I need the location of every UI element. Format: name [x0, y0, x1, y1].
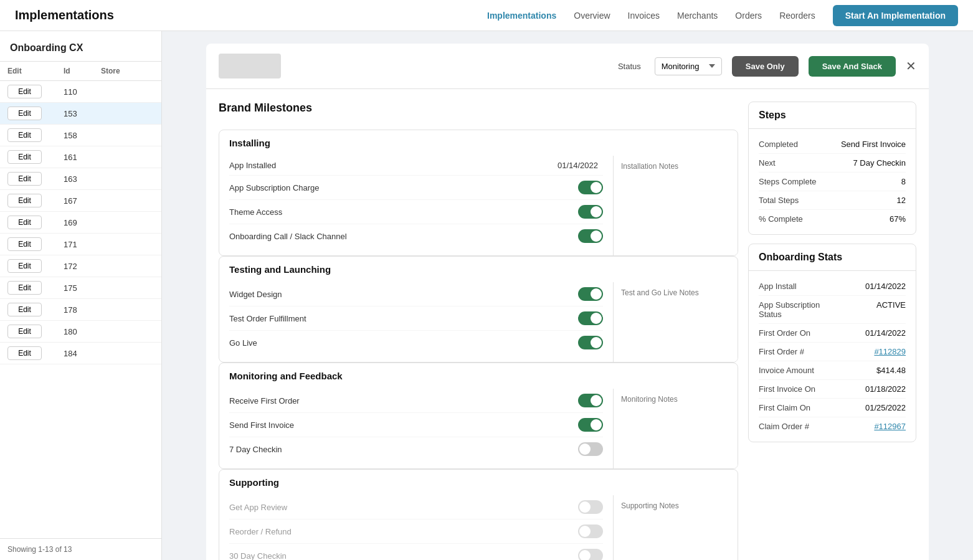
steps-row-label: Steps Complete: [759, 177, 817, 186]
section-title-1: Testing and Launching: [219, 257, 738, 282]
edit-button[interactable]: Edit: [7, 325, 42, 338]
item-label: Theme Access: [229, 207, 571, 217]
nav-links: Implementations Overview Invoices Mercha…: [487, 5, 958, 26]
edit-button[interactable]: Edit: [7, 128, 42, 142]
milestone-item: Get App Review: [229, 495, 603, 520]
stats-row-value: 01/14/2022: [865, 328, 906, 338]
stats-row: First Order # #112829: [759, 343, 906, 361]
col-id: Id: [64, 67, 101, 75]
nav-orders[interactable]: Orders: [735, 11, 762, 21]
steps-row: Next 7 Day Checkin: [759, 154, 906, 173]
steps-row: Completed Send First Invoice: [759, 135, 906, 154]
toggle-switch[interactable]: [578, 287, 603, 301]
nav-implementations[interactable]: Implementations: [487, 11, 556, 21]
edit-cell: Edit: [7, 150, 64, 164]
item-label: Reorder / Refund: [229, 527, 571, 536]
steps-row-value: 67%: [890, 214, 906, 224]
close-button[interactable]: ✕: [906, 60, 916, 72]
edit-cell: Edit: [7, 216, 64, 229]
status-select[interactable]: Monitoring Onboarding Installing Testing…: [655, 57, 722, 75]
nav-overview[interactable]: Overview: [574, 11, 610, 21]
stats-row: Claim Order # #112967: [759, 417, 906, 435]
edit-button[interactable]: Edit: [7, 150, 42, 164]
toggle-switch[interactable]: [578, 336, 603, 349]
toggle-switch[interactable]: [578, 442, 603, 456]
milestone-item: Widget Design: [229, 282, 603, 306]
sidebar-row: Edit 178: [0, 299, 161, 321]
sidebar-row: Edit 171: [0, 234, 161, 255]
stats-row-value: 01/14/2022: [865, 282, 906, 291]
edit-button[interactable]: Edit: [7, 107, 42, 120]
milestone-section-1: Testing and LaunchingWidget DesignTest O…: [219, 256, 738, 363]
stats-row-label: First Invoice On: [759, 384, 815, 394]
steps-row-value: Send First Invoice: [841, 140, 906, 149]
item-label: Test Order Fulfillment: [229, 314, 571, 323]
toggle-switch[interactable]: [578, 229, 603, 243]
edit-button[interactable]: Edit: [7, 194, 42, 207]
stats-row-value[interactable]: #112967: [874, 422, 906, 431]
start-implementation-button[interactable]: Start An Implementation: [833, 5, 958, 26]
steps-title: Steps: [749, 102, 916, 129]
edit-button[interactable]: Edit: [7, 85, 42, 98]
steps-row-value: 8: [901, 177, 906, 186]
stats-row-value[interactable]: #112829: [874, 347, 906, 356]
notes-textarea-0[interactable]: [614, 156, 738, 255]
panel-header: Status Monitoring Onboarding Installing …: [206, 44, 929, 89]
edit-cell: Edit: [7, 303, 64, 316]
stats-row: App Subscription Status ACTIVE: [759, 296, 906, 324]
toggle-switch[interactable]: [578, 311, 603, 325]
notes-textarea-1[interactable]: [614, 282, 738, 362]
sidebar-row: Edit 167: [0, 190, 161, 212]
nav-invoices[interactable]: Invoices: [628, 11, 660, 21]
stats-row-label: First Order On: [759, 328, 810, 338]
edit-button[interactable]: Edit: [7, 303, 42, 316]
main-layout: Onboarding CX Edit Id Store Edit 110 Edi…: [0, 31, 973, 560]
brand-logo: [219, 54, 281, 78]
milestone-item: App Installed01/14/2022: [229, 156, 603, 176]
stats-row-value: 01/25/2022: [865, 403, 906, 412]
sidebar-row: Edit 153: [0, 103, 161, 125]
notes-textarea-3[interactable]: [614, 495, 738, 560]
id-cell: 169: [64, 218, 101, 227]
toggle-switch[interactable]: [578, 205, 603, 219]
top-nav: Implementations Implementations Overview…: [0, 0, 973, 31]
item-label: Go Live: [229, 338, 571, 348]
toggle-switch: [578, 549, 603, 560]
stats-row-label: First Claim On: [759, 403, 810, 412]
sidebar-row: Edit 169: [0, 212, 161, 234]
toggle-switch[interactable]: [578, 418, 603, 432]
id-cell: 171: [64, 240, 101, 249]
main-panel: Status Monitoring Onboarding Installing …: [206, 44, 929, 560]
sidebar-row: Edit 172: [0, 255, 161, 277]
onboarding-stats-title: Onboarding Stats: [749, 244, 916, 271]
nav-reorders[interactable]: Reorders: [779, 11, 815, 21]
edit-button[interactable]: Edit: [7, 281, 42, 295]
id-cell: 175: [64, 283, 101, 293]
edit-button[interactable]: Edit: [7, 237, 42, 251]
sidebar-row: Edit 184: [0, 343, 161, 364]
panel-body: Brand Milestones InstallingApp Installed…: [206, 89, 929, 560]
nav-merchants[interactable]: Merchants: [677, 11, 718, 21]
steps-row-value: 7 Day Checkin: [853, 158, 906, 168]
save-only-button[interactable]: Save Only: [732, 56, 799, 77]
item-label: Receive First Order: [229, 396, 571, 406]
edit-button[interactable]: Edit: [7, 346, 42, 360]
stats-row: App Install 01/14/2022: [759, 277, 906, 296]
milestone-item: Theme Access: [229, 200, 603, 224]
status-label: Status: [618, 62, 641, 71]
edit-button[interactable]: Edit: [7, 216, 42, 229]
edit-button[interactable]: Edit: [7, 259, 42, 273]
item-label: Widget Design: [229, 290, 571, 299]
notes-textarea-2[interactable]: [614, 389, 738, 468]
item-label: 30 Day Checkin: [229, 551, 571, 561]
edit-button[interactable]: Edit: [7, 172, 42, 186]
app-title: Implementations: [15, 8, 114, 22]
steps-row: % Complete 67%: [759, 210, 906, 228]
save-and-slack-button[interactable]: Save And Slack: [809, 56, 896, 77]
toggle-switch[interactable]: [578, 181, 603, 194]
toggle-switch[interactable]: [578, 394, 603, 407]
milestone-sections: InstallingApp Installed01/14/2022App Sub…: [219, 130, 738, 560]
milestone-item: Reorder / Refund: [229, 520, 603, 544]
toggle-switch: [578, 500, 603, 514]
milestone-item: Go Live: [229, 331, 603, 354]
